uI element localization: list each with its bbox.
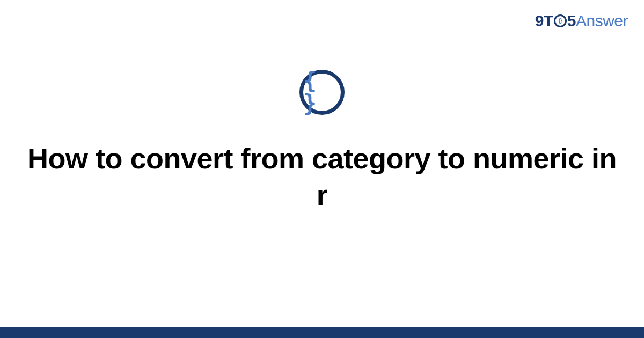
brand-text-3: Answer <box>576 12 628 30</box>
brand-o-inner: {} <box>559 18 562 24</box>
category-icon: { } <box>299 70 345 115</box>
brand-o-icon: {} <box>554 14 567 27</box>
brand-text-1: 9T <box>535 12 553 30</box>
page-title: How to convert from category to numeric … <box>27 141 617 213</box>
main-content: { } How to convert from category to nume… <box>0 70 644 213</box>
brand-text-2: 5 <box>567 12 576 30</box>
braces-icon: { } <box>303 70 341 115</box>
brand-logo: 9T{}5Answer <box>535 12 628 30</box>
bottom-bar <box>0 327 644 338</box>
